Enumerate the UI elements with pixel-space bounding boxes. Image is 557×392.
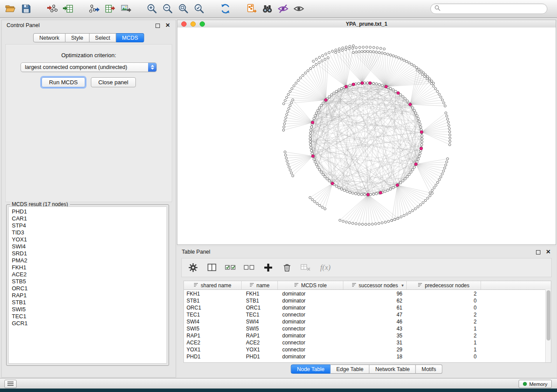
table-row[interactable]: RAP1RAP1dominator352 <box>184 332 546 339</box>
table-cell: SWI5 <box>242 326 278 332</box>
table-body: FKH1FKH1dominator962STB1STB1dominator620… <box>184 289 546 362</box>
tab-network-table[interactable]: Network Table <box>370 364 416 374</box>
network-graph[interactable] <box>177 28 556 244</box>
scrollbar-thumb[interactable] <box>547 290 550 340</box>
tab-edge-table[interactable]: Edge Table <box>331 364 370 374</box>
table-row[interactable]: PHD1PHD1dominator180 <box>184 353 546 360</box>
export-network-icon[interactable] <box>88 2 101 15</box>
mcds-result-item[interactable]: TEC1 <box>12 313 166 320</box>
table-row[interactable]: TEC1TEC1connector472 <box>184 311 546 318</box>
sort-icon <box>352 282 356 289</box>
float-panel-icon[interactable] <box>156 24 160 28</box>
export-image-icon[interactable] <box>119 2 132 15</box>
find-icon[interactable] <box>261 2 274 15</box>
hide-selected-icon[interactable] <box>277 2 290 15</box>
close-panel-icon[interactable]: × <box>166 21 170 30</box>
search-box[interactable] <box>430 3 547 14</box>
mcds-result-list: PHD1CAR1STP4TID3YOX1SWI4SRD1PMA2FKH1ACE2… <box>8 206 167 364</box>
column-header-shared-name[interactable]: shared name <box>184 281 242 289</box>
search-input[interactable] <box>441 5 547 12</box>
column-header-predecessor-nodes[interactable]: predecessor nodes <box>407 281 481 289</box>
tab-network[interactable]: Network <box>33 33 66 42</box>
delete-column-icon[interactable] <box>281 261 293 274</box>
table-cell: ORC1 <box>242 305 278 311</box>
network-canvas[interactable] <box>177 28 556 244</box>
mcds-result-item[interactable]: GCR1 <box>12 320 166 327</box>
table-cell: ACE2 <box>242 340 278 346</box>
table-row[interactable]: SWI5SWI5connector431 <box>184 325 546 332</box>
tab-mcds[interactable]: MCDS <box>116 33 144 42</box>
table-settings-icon[interactable] <box>187 261 199 274</box>
table-cell: 2 <box>407 333 481 339</box>
table-cell: 0 <box>407 298 481 304</box>
import-network-icon[interactable] <box>46 2 59 15</box>
sort-icon <box>249 282 254 289</box>
table-cell: STB1 <box>184 298 242 304</box>
tab-motifs[interactable]: Motifs <box>416 364 442 374</box>
zoom-out-icon[interactable] <box>161 2 174 15</box>
clone-network-icon[interactable] <box>245 2 258 15</box>
mcds-result-item[interactable]: PMA2 <box>12 257 166 264</box>
memory-button[interactable]: Memory <box>519 380 552 388</box>
show-columns-icon[interactable] <box>206 261 218 274</box>
table-row[interactable]: FKH1FKH1dominator962 <box>184 290 546 297</box>
float-table-panel-icon[interactable] <box>536 250 540 254</box>
run-mcds-button[interactable]: Run MCDS <box>42 77 85 87</box>
table-cell: 1 <box>407 340 481 346</box>
table-row[interactable]: ORC1ORC1dominator610 <box>184 304 546 311</box>
table-type-tabs: Node Table Edge Table Network Table Moti… <box>291 364 443 374</box>
refresh-network-icon[interactable] <box>219 2 232 15</box>
select-all-rows-icon[interactable] <box>225 261 237 274</box>
panel-menu-button[interactable] <box>4 380 17 388</box>
tab-node-table[interactable]: Node Table <box>291 364 331 374</box>
table-cell: YOX1 <box>184 347 242 353</box>
table-row[interactable]: YOX1YOX1connector291 <box>184 346 546 353</box>
zoom-selected-icon[interactable] <box>193 2 206 15</box>
table-cell: 46 <box>343 319 407 325</box>
table-panel-header: Table Panel × <box>177 247 556 257</box>
zoom-in-icon[interactable] <box>145 2 159 15</box>
table-row[interactable]: STB1STB1dominator620 <box>184 297 546 304</box>
open-file-icon[interactable] <box>4 2 17 15</box>
close-panel-button[interactable]: Close panel <box>91 77 136 87</box>
optimization-criterion-select[interactable]: largest connected component (undirected) <box>21 62 157 72</box>
table-row[interactable]: ACE2ACE2connector311 <box>184 339 546 346</box>
table-cell: SWI5 <box>184 326 242 332</box>
table-cell: dominator <box>278 354 343 360</box>
tab-select[interactable]: Select <box>90 33 117 42</box>
mcds-result-item[interactable]: PHD1 <box>12 208 166 215</box>
mcds-result-item[interactable]: STB5 <box>12 278 166 285</box>
table-cell: 29 <box>343 347 407 353</box>
table-cell: dominator <box>278 298 343 304</box>
import-table-icon[interactable] <box>62 2 75 15</box>
zoom-fit-icon[interactable] <box>177 2 190 15</box>
mcds-result-item[interactable]: CAR1 <box>12 215 166 222</box>
export-table-icon[interactable] <box>104 2 117 15</box>
mcds-options-panel: Optimization criterion: largest connecte… <box>5 44 172 202</box>
mcds-result-item[interactable]: TID3 <box>12 229 166 236</box>
mcds-result-item[interactable]: ACE2 <box>12 271 166 278</box>
function-builder-icon[interactable]: f(x) <box>318 263 331 272</box>
close-table-panel-icon[interactable]: × <box>546 247 550 257</box>
table-row[interactable]: SWI4SWI4dominator462 <box>184 318 546 325</box>
mcds-result-item[interactable]: STP4 <box>12 222 166 229</box>
mcds-result-item[interactable]: SWI4 <box>12 243 166 250</box>
table-scrollbar[interactable] <box>545 289 551 362</box>
deselect-all-rows-icon[interactable] <box>243 261 256 274</box>
save-session-icon[interactable] <box>20 2 33 15</box>
column-header-filler <box>481 281 551 289</box>
mcds-result-item[interactable]: FKH1 <box>12 264 166 271</box>
column-header-mcds-role[interactable]: MCDS role <box>278 281 343 289</box>
mcds-result-item[interactable]: STB1 <box>12 299 166 306</box>
mcds-result-item[interactable]: YOX1 <box>12 236 166 243</box>
mcds-result-item[interactable]: RAP1 <box>12 292 166 299</box>
clear-table-icon[interactable] <box>300 261 312 274</box>
column-header-successor-nodes[interactable]: successor nodes▾ <box>343 281 407 289</box>
tab-style[interactable]: Style <box>66 33 90 42</box>
mcds-result-item[interactable]: ORC1 <box>12 285 166 292</box>
column-header-name[interactable]: name <box>242 281 278 289</box>
mcds-result-item[interactable]: SRD1 <box>12 250 166 257</box>
add-column-icon[interactable] <box>262 261 274 274</box>
mcds-result-item[interactable]: SWI5 <box>12 306 166 313</box>
show-all-icon[interactable] <box>292 2 305 15</box>
